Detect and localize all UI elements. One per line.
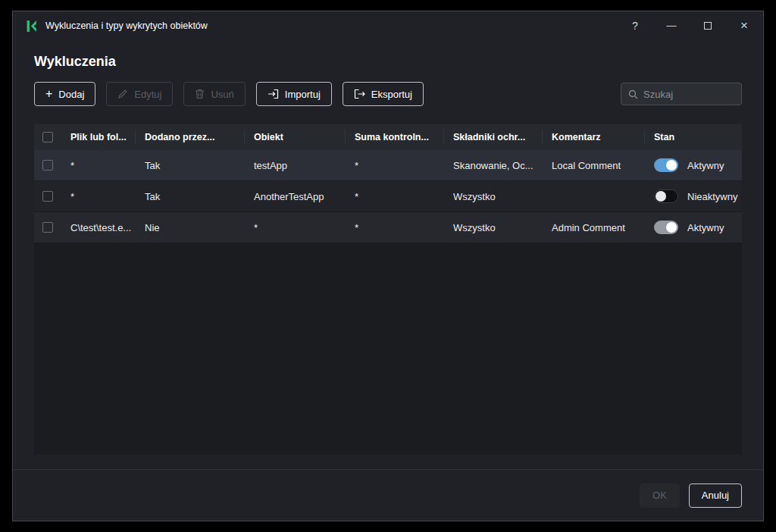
cell-file: *	[61, 191, 136, 202]
status-label: Aktywny	[687, 160, 724, 171]
export-button[interactable]: Eksportuj	[343, 82, 424, 106]
add-button[interactable]: + Dodaj	[34, 82, 95, 106]
row-checkbox-cell	[34, 191, 61, 202]
cell-components: Wszystko	[444, 222, 543, 233]
exclusions-table: Plik lub fol... Dodano przez... Obiekt S…	[34, 124, 742, 455]
window-controls: ? — ×	[628, 19, 751, 33]
table-row[interactable]: * Tak testApp * Skanowanie, Oc... Local …	[34, 150, 742, 181]
toggle-knob	[666, 160, 677, 171]
cell-file: C\test\test.e...	[61, 222, 136, 233]
search-icon	[628, 89, 638, 99]
edit-button-label: Edytuj	[134, 89, 161, 100]
help-button[interactable]: ?	[628, 19, 642, 33]
toggle-knob	[656, 191, 666, 202]
row-checkbox-cell	[34, 160, 61, 171]
delete-button: Usuń	[183, 82, 245, 106]
window-title: Wykluczenia i typy wykrytych obiektów	[45, 20, 208, 31]
delete-button-label: Usuń	[211, 89, 233, 100]
import-icon	[268, 89, 279, 99]
edit-button: Edytuj	[106, 82, 173, 106]
cell-added-by: Tak	[136, 160, 245, 171]
cell-checksum: *	[346, 160, 444, 171]
trash-icon	[195, 89, 205, 99]
cell-state: Aktywny	[645, 221, 742, 234]
add-button-label: Dodaj	[58, 89, 84, 100]
select-all-cell	[34, 132, 61, 142]
col-header-object: Obiekt	[245, 130, 346, 145]
cell-comment: Local Comment	[543, 160, 645, 171]
cell-components: Skanowanie, Oc...	[444, 160, 543, 171]
cell-components: Wszystko	[444, 191, 543, 202]
cancel-button[interactable]: Anuluj	[689, 483, 742, 508]
export-icon	[354, 89, 365, 99]
status-toggle[interactable]	[654, 189, 678, 203]
import-button-label: Importuj	[285, 89, 321, 100]
status-toggle[interactable]	[654, 158, 678, 172]
status-label: Nieaktywny	[687, 191, 737, 202]
search-box	[621, 83, 742, 105]
status-label: Aktywny	[687, 222, 724, 233]
col-header-components: Składniki ochr...	[444, 130, 543, 145]
plus-icon: +	[45, 89, 52, 99]
col-header-added-by: Dodano przez...	[136, 130, 245, 145]
title-bar: Wykluczenia i typy wykrytych obiektów ? …	[13, 11, 763, 40]
col-header-comment: Komentarz	[543, 130, 645, 145]
table-row[interactable]: C\test\test.e... Nie * * Wszystko Admin …	[34, 212, 742, 243]
import-button[interactable]: Importuj	[256, 82, 332, 106]
cell-object: AnotherTestApp	[245, 191, 346, 202]
col-header-state: Stan	[645, 130, 742, 145]
page-title: Wykluczenia	[34, 54, 763, 70]
pencil-icon	[117, 89, 128, 99]
cell-checksum: *	[346, 191, 444, 202]
maximize-button[interactable]	[701, 19, 715, 33]
cell-added-by: Nie	[136, 222, 245, 233]
dialog-window: Wykluczenia i typy wykrytych obiektów ? …	[12, 11, 764, 521]
kaspersky-logo-icon	[25, 20, 38, 33]
minimize-button[interactable]: —	[665, 19, 678, 33]
toolbar: + Dodaj Edytuj Usuń Importuj Eksportuj	[34, 82, 742, 106]
cell-file: *	[61, 160, 136, 171]
close-button[interactable]: ×	[737, 19, 751, 33]
cell-object: testApp	[245, 160, 346, 171]
table-header-row: Plik lub fol... Dodano przez... Obiekt S…	[34, 124, 742, 150]
table-row[interactable]: * Tak AnotherTestApp * Wszystko Nieaktyw…	[34, 181, 742, 212]
search-input[interactable]	[643, 89, 734, 100]
cell-state: Aktywny	[645, 158, 742, 172]
export-button-label: Eksportuj	[371, 89, 412, 100]
cell-checksum: *	[346, 222, 444, 233]
toggle-knob	[666, 222, 677, 233]
maximize-icon	[704, 22, 712, 30]
cell-state: Nieaktywny	[645, 189, 742, 203]
row-checkbox[interactable]	[42, 191, 53, 202]
col-header-checksum: Suma kontroln...	[346, 130, 444, 145]
dialog-footer: OK Anuluj	[13, 469, 763, 521]
status-toggle[interactable]	[654, 221, 678, 234]
ok-button: OK	[640, 483, 680, 508]
row-checkbox[interactable]	[42, 160, 53, 171]
row-checkbox[interactable]	[42, 222, 53, 233]
select-all-checkbox[interactable]	[42, 132, 53, 142]
cell-added-by: Tak	[136, 191, 245, 202]
cell-object: *	[245, 222, 346, 233]
cell-comment: Admin Comment	[543, 222, 645, 233]
col-header-file: Plik lub fol...	[61, 130, 136, 145]
row-checkbox-cell	[34, 222, 61, 233]
